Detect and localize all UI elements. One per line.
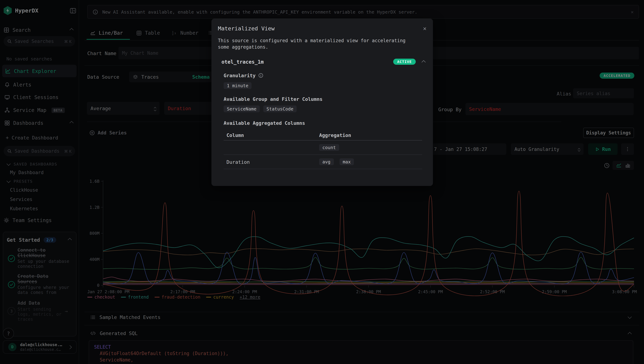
modal-close-icon[interactable]: ✕ (423, 25, 426, 32)
group-filter-label: Available Group and Filter Columns (211, 89, 433, 102)
modal-header: Materialized View ✕ (211, 18, 433, 32)
table-row: count (224, 140, 422, 155)
aggregation-chip: max (339, 158, 354, 165)
granularity-label: Granularity (224, 72, 256, 78)
table-cell-column: Duration (224, 155, 316, 169)
aggregation-chip: avg (319, 158, 334, 165)
table-row: Duration avg max (224, 155, 422, 169)
mv-name-row[interactable]: otel_traces_1m ACTIVE (211, 50, 433, 65)
materialized-view-modal: Materialized View ✕ This source is confi… (211, 18, 433, 186)
modal-title: Materialized View (218, 25, 275, 32)
table-col-header: Aggregation (316, 130, 422, 140)
filter-column-chip: ServiceName (224, 106, 260, 112)
granularity-value-chip: 1 minute (224, 82, 252, 89)
modal-body-text: This source is configured with a materia… (211, 32, 419, 50)
app-window: HyperDX Search Saved Searches ⌘ K No sav… (0, 0, 644, 364)
active-badge: ACTIVE (393, 59, 416, 65)
aggregated-label: Available Aggregated Columns (211, 112, 433, 126)
aggregated-columns-table: Column Aggregation count Duration avg ma… (224, 130, 422, 169)
table-cell-column (224, 140, 316, 155)
info-icon[interactable] (259, 73, 264, 78)
filter-column-chip: StatusCode (263, 106, 297, 112)
chevron-up-icon (422, 60, 426, 64)
mv-name: otel_traces_1m (222, 59, 264, 64)
aggregation-chip: count (319, 144, 339, 151)
table-col-header: Column (224, 130, 316, 140)
granularity-row: Granularity (211, 65, 433, 78)
